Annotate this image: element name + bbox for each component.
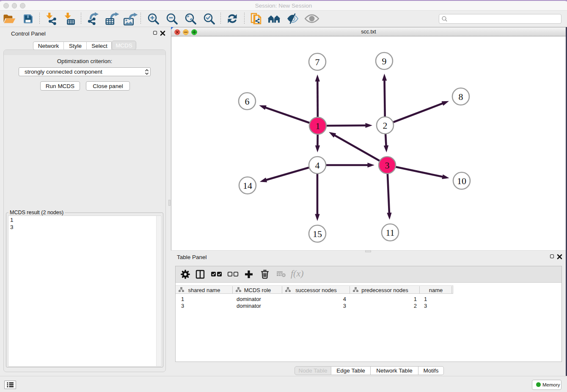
svg-text:7: 7 (315, 57, 320, 67)
svg-text:3: 3 (385, 160, 390, 171)
svg-text:9: 9 (382, 56, 387, 66)
svg-text:6: 6 (245, 96, 250, 107)
svg-text:1: 1 (316, 121, 320, 131)
svg-text:15: 15 (313, 229, 322, 239)
svg-text:4: 4 (315, 160, 320, 171)
svg-text:11: 11 (385, 227, 394, 238)
svg-text:14: 14 (243, 180, 252, 191)
svg-text:2: 2 (383, 120, 388, 131)
svg-text:10: 10 (457, 176, 466, 186)
svg-text:8: 8 (459, 91, 463, 102)
